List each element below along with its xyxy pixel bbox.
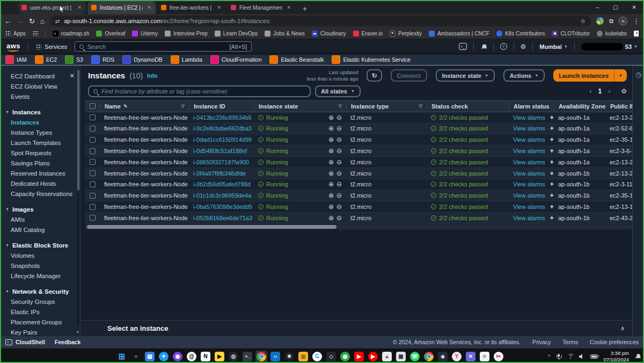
connect-button[interactable]: Connect: [391, 69, 427, 82]
chatgpt-icon[interactable]: ✳: [283, 351, 295, 362]
add-alarm-icon[interactable]: +: [550, 180, 554, 188]
reload-icon[interactable]: ↻: [29, 17, 35, 25]
row-checkbox[interactable]: [90, 193, 96, 199]
photos-icon[interactable]: ▲: [381, 351, 393, 362]
table-row[interactable]: fleetman-free-tier-workers-Node i-0dad1c…: [85, 134, 632, 146]
table-settings-gear-icon[interactable]: ⚙: [621, 88, 627, 95]
column-status-check[interactable]: Status check: [427, 103, 509, 110]
extensions-icon[interactable]: ⧉: [609, 18, 613, 25]
view-alarms-link[interactable]: View alarms: [513, 170, 545, 177]
chrome-2-icon[interactable]: [423, 351, 435, 362]
zoom-in-icon[interactable]: ⊕: [328, 125, 334, 132]
bookmark-item[interactable]: K8s Contributors: [496, 31, 545, 37]
sort-icon[interactable]: ▽: [181, 104, 185, 108]
sidebar-item[interactable]: Key Pairs: [0, 327, 80, 336]
state-filter-dropdown[interactable]: All states ▼: [315, 85, 361, 97]
compass-icon[interactable]: Y: [451, 351, 463, 362]
zoom-out-icon[interactable]: ⊖: [336, 158, 342, 166]
add-alarm-icon[interactable]: +: [550, 170, 554, 177]
excalidraw-icon[interactable]: ✕: [465, 351, 477, 362]
tab-close-icon[interactable]: ✕: [76, 5, 83, 10]
sidebar-section-header[interactable]: ▼ Images: [0, 204, 80, 214]
actions-button[interactable]: Actions ▼: [503, 69, 545, 82]
instance-id-link[interactable]: i-0ba5763098e3dedd5: [193, 204, 252, 210]
sidebar-item[interactable]: AMI Catalog: [0, 224, 80, 235]
zoom-in-icon[interactable]: ⊕: [328, 136, 334, 143]
sidebar-scrollbar-thumb[interactable]: [77, 70, 79, 191]
sidebar-item[interactable]: Placement Groups: [0, 317, 80, 327]
sidebar-item[interactable]: Lifecycle Manager: [0, 271, 80, 281]
table-row[interactable]: fleetman-free-tier-workers-Node i-0f4a97…: [85, 168, 632, 179]
bookmark-item[interactable]: Ambassadors | CNCF: [429, 31, 489, 37]
launch-instances-button[interactable]: Launch instances ▼: [553, 69, 627, 82]
sidebar-section-header[interactable]: ▼ Network & Security: [0, 286, 80, 296]
add-alarm-icon[interactable]: +: [550, 136, 554, 143]
select-all-checkbox[interactable]: [90, 103, 96, 109]
zoom-out-icon[interactable]: ⊖: [336, 214, 342, 222]
obs-icon[interactable]: ◎: [228, 351, 239, 362]
zoom-out-icon[interactable]: ⊖: [336, 180, 342, 188]
add-alarm-icon[interactable]: +: [550, 114, 554, 121]
zoom-out-icon[interactable]: ⊖: [336, 192, 342, 199]
notes-icon[interactable]: ▤: [144, 351, 156, 362]
bookmark-item[interactable]: Interview Prep: [165, 31, 208, 37]
bookmark-item[interactable]: kubelabs: [597, 31, 627, 37]
window-maximize-icon[interactable]: ▢: [613, 4, 618, 10]
view-alarms-link[interactable]: View alarms: [513, 136, 545, 143]
favorite-service[interactable]: Elastic Kubernetes Service: [332, 55, 410, 64]
browser-tab[interactable]: Instances | EC2 | ap-south-1 ✕: [88, 1, 156, 14]
back-icon[interactable]: ←: [4, 17, 11, 25]
zoom-in-icon[interactable]: ⊕: [328, 180, 334, 188]
bookmark-item[interactable]: Eraser.io: [353, 31, 383, 37]
footer-link[interactable]: Cookie preferences: [590, 339, 639, 345]
zoom-out-icon[interactable]: ⊖: [336, 147, 342, 155]
column-public-ip[interactable]: Public IP: [605, 103, 632, 110]
row-checkbox[interactable]: [90, 170, 96, 176]
zoom-in-icon[interactable]: ⊕: [328, 192, 334, 199]
add-alarm-icon[interactable]: +: [550, 147, 554, 155]
instance-id-link[interactable]: i-01c1dc3c96959de4a: [193, 192, 251, 199]
notification-bell-icon[interactable]: [635, 354, 641, 359]
sidebar-item-ec2-dashboard[interactable]: EC2 Dashboard ✕: [0, 71, 80, 81]
bookmark-item[interactable]: ✳ Perplexity: [390, 31, 422, 37]
zoom-out-icon[interactable]: ⊖: [336, 125, 342, 132]
bookmark-item[interactable]: ☁ Cloudinary: [312, 31, 346, 37]
tab-close-icon[interactable]: ✕: [286, 5, 292, 10]
favorite-service[interactable]: EC2: [35, 55, 57, 64]
instance-id-link[interactable]: i-0f4a97f9fb348dfde: [193, 170, 246, 177]
calculator-icon[interactable]: ▦: [395, 351, 407, 362]
cloudshell-icon[interactable]: >_: [459, 43, 467, 50]
youtube-icon[interactable]: ▶: [353, 351, 365, 362]
file-explorer-icon[interactable]: ▣: [297, 351, 309, 362]
google-icon[interactable]: G: [311, 351, 323, 362]
recent-history-clock-icon[interactable]: ◷: [635, 71, 641, 78]
favorite-service[interactable]: IAM: [5, 55, 27, 64]
footer-link[interactable]: Privacy: [532, 339, 551, 345]
sidebar-item-events[interactable]: Events: [0, 91, 80, 101]
youtube-music-icon[interactable]: ▶: [367, 351, 379, 362]
bookmark-item[interactable]: Learn DevOps: [215, 31, 258, 37]
apps-shortcut[interactable]: Apps: [5, 31, 26, 37]
instance-state-button[interactable]: Instance state ▼: [436, 69, 495, 82]
favorite-service[interactable]: Elastic Beanstalk: [269, 55, 324, 64]
view-alarms-link[interactable]: View alarms: [513, 215, 545, 221]
bookmark-item[interactable]: ✦ Major League Hacki...: [634, 31, 639, 37]
instance-id-link[interactable]: i-052b8168ee6de71a3: [193, 215, 252, 221]
media-player-icon[interactable]: ▶: [214, 351, 225, 362]
unity-icon[interactable]: ◈: [437, 351, 449, 362]
region-selector[interactable]: Mumbai ▼: [539, 43, 568, 50]
zoom-out-icon[interactable]: ⊖: [336, 114, 342, 121]
github-icon[interactable]: ◉: [172, 351, 184, 362]
panel-expand-chevron-icon[interactable]: ∧: [620, 325, 625, 332]
dark-app-icon[interactable]: ◇: [325, 351, 337, 362]
bookmark-item[interactable]: Jobs & News: [265, 31, 304, 37]
aws-search-input[interactable]: Search [Alt+S]: [75, 41, 252, 52]
zoom-in-icon[interactable]: ⊕: [328, 170, 334, 177]
aws-logo[interactable]: aws: [6, 42, 20, 52]
favorite-service[interactable]: DynamoDB: [122, 55, 163, 64]
battery-icon[interactable]: [590, 354, 598, 359]
refresh-button[interactable]: ↻: [367, 69, 382, 82]
info-link[interactable]: Info: [147, 72, 157, 79]
sidebar-item[interactable]: Spot Requests: [0, 148, 80, 158]
new-tab-button[interactable]: +: [299, 4, 310, 14]
